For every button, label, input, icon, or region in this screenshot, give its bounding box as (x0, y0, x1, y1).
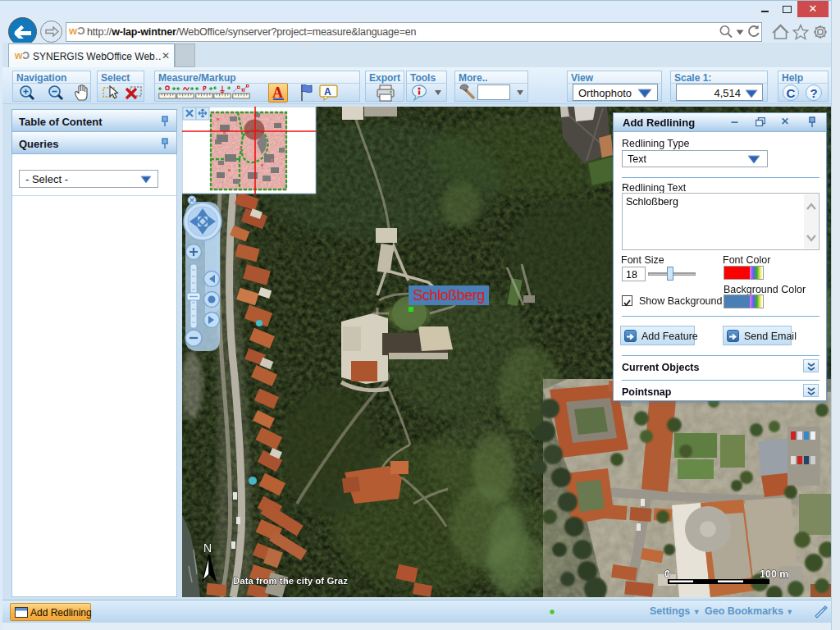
svg-text:0: 0 (664, 568, 670, 580)
svg-text:N: N (203, 541, 212, 555)
svg-text:Schloßberg: Schloßberg (413, 287, 485, 304)
svg-text:Data from the city of Graz: Data from the city of Graz (233, 576, 348, 586)
svg-text:100 m: 100 m (760, 568, 788, 580)
svg-text:A: A (324, 86, 331, 98)
